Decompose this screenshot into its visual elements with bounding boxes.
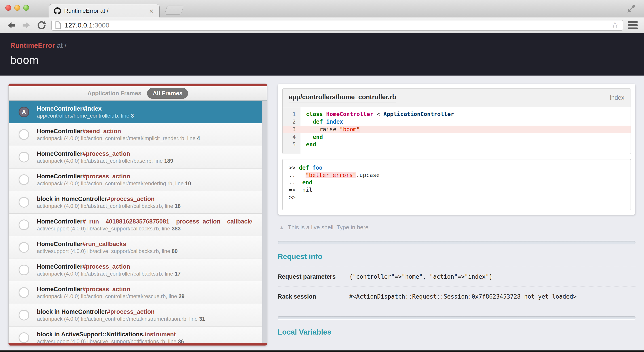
new-tab-button[interactable] [164,6,184,14]
frame-line-number: 80 [172,248,178,254]
source-filename[interactable]: app/controllers/home_controller.rb [289,94,396,103]
frame-selector-icon [18,332,29,343]
code-token [323,111,326,117]
forward-button[interactable] [21,20,32,30]
variable-label: Rack session [278,293,349,300]
stack-frame-item[interactable]: HomeController#process_actionactionpack … [9,259,267,282]
stack-frame-item[interactable]: block in HomeController#process_actionac… [9,191,267,214]
exception-name: RuntimeError [10,42,55,50]
tab-title: RuntimeError at / [64,8,148,14]
code-line: 1class HomeController < ApplicationContr… [282,110,630,118]
url-bar[interactable]: 127.0.0.1:3000 ☆ [52,20,623,30]
github-favicon-icon [54,8,61,14]
code-token: better errors [309,172,353,178]
chrome-menu-icon[interactable] [628,20,638,30]
stack-frame-item[interactable]: HomeController#process_actionactionpack … [9,282,267,304]
code-token: nil [299,186,312,193]
frame-title: HomeController#process_action [37,172,191,180]
frame-path: actionpack (4.0.0) lib/abstract_controll… [37,203,174,209]
code-token: .upcase [356,172,380,178]
code-token: HomeController [326,111,373,117]
code-token: def [313,118,323,125]
frame-text: HomeController#process_actionactionpack … [37,263,180,277]
frame-text: HomeController#indexapp/controllers/home… [37,105,134,119]
zoom-window-button[interactable] [23,5,29,11]
frame-class-name: block in HomeController [37,196,107,202]
sidebar-scrollbar[interactable] [262,101,267,343]
local-variables-heading: Local Variables [278,328,636,336]
bookmark-star-icon[interactable]: ☆ [611,20,619,30]
frame-location: activesupport (4.0.0) lib/active_support… [37,248,178,254]
back-button[interactable] [6,20,16,30]
frame-location: actionpack (4.0.0) lib/action_controller… [37,293,184,300]
code-text: class HomeController < ApplicationContro… [300,110,454,118]
repl-line: >> def foo [289,164,624,172]
variable-label: Request parameters [278,273,349,280]
frame-title: HomeController#run_callbacks [37,240,178,248]
frame-path: actionpack (4.0.0) lib/action_controller… [37,316,199,322]
frame-line-number: 31 [199,316,205,322]
frame-path: activesupport (4.0.0) lib/active_support… [37,248,172,254]
frame-location: activesupport (4.0.0) lib/active_support… [37,225,252,232]
stack-frame-item[interactable]: HomeController#process_actionactionpack … [9,146,267,168]
stack-frame-item[interactable]: HomeController#_run__4018816283576875081… [9,214,267,236]
repl-line: .. end [289,179,624,186]
code-token: < [373,111,383,117]
code-line: 4 end [282,133,630,141]
stack-frame-item[interactable]: block in HomeController#process_actionac… [9,304,267,326]
stack-frame-item[interactable]: HomeController#process_actionactionpack … [9,168,267,191]
stack-frame-item[interactable]: HomeController#send_actionactionpack (4.… [9,123,267,146]
frame-path: actionpack (4.0.0) lib/abstract_controll… [37,271,174,277]
frame-line-number: 189 [164,158,173,164]
window-bottom-edge [0,350,644,352]
frame-selector-icon [18,242,29,253]
error-message: boom [10,54,634,66]
frame-method-name: .instrument [143,331,176,338]
stack-frame-item[interactable]: HomeController#run_callbacksactivesuppor… [9,236,267,259]
hint-text: This is a live shell. Type in here. [288,224,370,231]
sidebar-bottom-border [8,343,267,346]
frame-title: HomeController#process_action [37,263,180,270]
repl-prompt: >> [289,194,299,200]
code-text: raise "boom" [300,126,360,133]
request-info-section: Request info Request parameters{"control… [278,252,636,306]
frame-location: actionpack (4.0.0) lib/abstract_controll… [37,270,180,277]
code-token: end [313,134,323,140]
code-token [323,118,326,125]
frame-location: app/controllers/home_controller.rb, line… [37,112,134,119]
frame-line-number: 3 [131,113,134,119]
window-controls [5,5,29,11]
frame-class-name: HomeController [37,105,82,112]
stack-frames-sidebar: Application Frames All Frames AHomeContr… [8,84,267,346]
frame-text: HomeController#process_actionactionpack … [37,172,191,187]
fullscreen-expand-icon[interactable] [626,4,636,15]
minimize-window-button[interactable] [14,5,20,11]
frame-class-name: HomeController [37,241,82,248]
frame-method-name: #index [82,105,102,112]
code-token [299,172,306,178]
page-icon [55,22,61,29]
frame-text: block in HomeController#process_actionac… [37,195,180,210]
frame-class-name: HomeController [37,128,82,134]
frame-text: HomeController#process_actionactionpack … [37,150,173,164]
frame-method-name: #run_callbacks [82,241,126,248]
triangle-icon: ▲ [279,224,284,231]
application-frames-toggle[interactable]: Application Frames [88,90,141,97]
frame-title: HomeController#process_action [37,286,184,293]
all-frames-toggle[interactable]: All Frames [147,88,188,99]
frame-line-number: 10 [185,180,191,186]
frame-line-number: 17 [174,271,180,277]
line-number: 3 [282,126,300,133]
stack-frame-item[interactable]: block in ActiveSupport::Notifications.in… [9,326,267,343]
code-text: def index [300,118,343,126]
error-header: RuntimeError at / boom [0,33,644,76]
url-text[interactable]: 127.0.0.1:3000 [64,22,611,29]
close-window-button[interactable] [5,5,11,11]
reload-button[interactable] [36,20,47,30]
line-number: 5 [282,141,300,148]
stack-frame-item[interactable]: AHomeController#indexapp/controllers/hom… [9,100,267,123]
live-shell-console[interactable]: >> def foo.. "better errors".upcase.. en… [282,159,631,210]
browser-tab[interactable]: RuntimeError at / × [49,4,160,18]
frame-text: HomeController#_run__4018816283576875081… [37,218,252,232]
tab-close-icon[interactable]: × [148,7,154,15]
